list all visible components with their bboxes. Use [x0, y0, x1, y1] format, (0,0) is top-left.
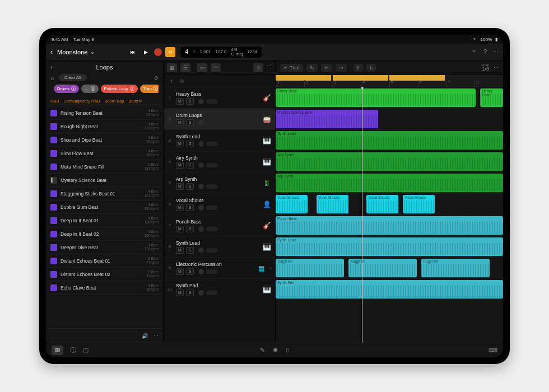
region[interactable]: Mystery Science Beat＋	[276, 110, 378, 128]
wifi-toolbar-icon[interactable]: ᯤ	[472, 48, 478, 55]
loop-list[interactable]: Rising Tension Beat 4 Bars95 bpm Rough N…	[46, 106, 163, 328]
clear-all-button[interactable]: Clear All	[59, 74, 87, 81]
region[interactable]: Tough Kit	[276, 259, 344, 277]
track-header[interactable]: 8 Synth Lead M S 🎹	[164, 236, 275, 258]
track-lanes[interactable]: Heavy BassHeavy BassMystery Science Beat…	[276, 87, 503, 343]
instrument-icon[interactable]: 🎸	[262, 221, 272, 231]
track-lane[interactable]: Heavy BassHeavy Bass	[276, 87, 503, 109]
timeline-ruler[interactable]: 12345678	[276, 75, 503, 87]
region[interactable]: Tough Kit	[421, 259, 490, 277]
filter-pill[interactable]: Trapⓧ	[140, 85, 159, 93]
region[interactable]: Synth Lead	[276, 237, 503, 256]
loop-item[interactable]: Staggering Sticks Beat 01 4 Bars123 bpm	[46, 187, 163, 200]
loop-button[interactable]: ⟲	[165, 47, 175, 57]
mixer-button[interactable]: ⎍	[286, 347, 290, 354]
sidebar-more-icon[interactable]: ⋯	[153, 333, 159, 339]
volume-knob[interactable]	[198, 269, 204, 274]
track-lane[interactable]: Synth Lead	[276, 236, 503, 258]
volume-knob[interactable]	[198, 290, 204, 296]
mute-button[interactable]: M	[176, 119, 184, 126]
region[interactable]: Vocal Shouts	[317, 195, 348, 213]
toolbar-menu-icon[interactable]: ⋯	[492, 48, 499, 55]
loop-item[interactable]: Slow Flow Beat 4 Bars90 bpm	[46, 147, 163, 160]
loop-item[interactable]: Distant Echoes Beat 01 8 Bars74 bpm	[46, 254, 163, 268]
subcategory-item[interactable]: Boom Bap	[104, 99, 124, 104]
inbox-button[interactable]: ✉	[52, 346, 63, 355]
instrument-icon[interactable]: 🎹	[262, 157, 272, 167]
close-icon[interactable]: ⓧ	[91, 86, 95, 92]
join-icon[interactable]: ⇢	[336, 64, 347, 72]
filter-pill[interactable]: Pattern Loopⓧ	[101, 85, 138, 93]
track-header[interactable]: 2 Drum Loops M S 🥁	[164, 109, 275, 130]
volume-knob[interactable]	[198, 248, 204, 253]
chevron-right-icon[interactable]: ›	[270, 265, 272, 271]
track-lane[interactable]: Synth Lead	[276, 130, 503, 151]
pan-slider[interactable]	[206, 99, 217, 104]
lcd-display[interactable]: 4 1 1 001 127.0 4/4 C maj 1234	[180, 46, 262, 58]
automation-view-icon[interactable]: 〰	[211, 63, 221, 72]
keyboard-button[interactable]: ⌨	[488, 347, 497, 354]
region[interactable]: Heavy Bass	[276, 88, 476, 107]
region[interactable]: Arp Synth	[276, 174, 503, 192]
trim-tool[interactable]: ✂ Trim	[280, 64, 303, 72]
solo-button[interactable]: S	[186, 119, 194, 126]
auto-button[interactable]: ⎚	[253, 63, 263, 72]
solo-button[interactable]: S	[186, 247, 194, 254]
search-icon[interactable]: ⌕	[50, 74, 54, 81]
region[interactable]: Airy Synth	[276, 152, 503, 171]
loop-item[interactable]: Distant Echoes Beat 02 8 Bars74 bpm	[46, 268, 163, 281]
loop-item[interactable]: Deeper Dive Beat 4 Bars139 bpm	[46, 241, 163, 254]
grid-view-icon[interactable]: ▦	[167, 63, 177, 72]
copy-icon[interactable]: ⎘	[353, 64, 363, 72]
region[interactable]: Synth Pad	[276, 280, 503, 298]
pan-slider[interactable]	[206, 163, 217, 167]
pan-slider[interactable]	[206, 120, 217, 125]
close-icon[interactable]: ⓧ	[71, 86, 76, 92]
solo-button[interactable]: S	[186, 226, 194, 232]
track-lane[interactable]: Arp Synth	[276, 172, 503, 194]
track-lane[interactable]: Tough KitTough KitTough Kit	[276, 258, 503, 279]
subcategory-item[interactable]: Bass M	[128, 99, 142, 104]
loop-item[interactable]: Echo Clave Beat 4 Bars80 bpm	[46, 281, 163, 295]
list-view-icon[interactable]: ☰	[180, 63, 190, 72]
region[interactable]: Vocal Shouts	[403, 195, 435, 213]
pan-slider[interactable]	[206, 227, 217, 231]
mute-button[interactable]: M	[176, 141, 184, 147]
track-header[interactable]: 7 Punch Bass M S 🎸	[164, 215, 275, 236]
region[interactable]: Tough Kit	[348, 259, 417, 277]
timeline-more-icon[interactable]: ⋯	[494, 65, 499, 71]
loop-item[interactable]: Meta Mind Snare Fill 2 Bars139 bpm	[46, 160, 163, 174]
record-button[interactable]	[154, 48, 162, 56]
solo-button[interactable]: S	[186, 141, 194, 147]
close-icon[interactable]: ⓧ	[130, 86, 134, 92]
pan-slider[interactable]	[206, 142, 217, 146]
subcategory-item[interactable]: R&B	[50, 99, 59, 104]
subcategory-item[interactable]: Contemporary R&B	[63, 99, 100, 104]
mute-button[interactable]: M	[176, 247, 184, 254]
instrument-icon[interactable]: 🎸	[262, 93, 272, 103]
mute-button[interactable]: M	[176, 290, 184, 296]
track-lane[interactable]: Airy Synth	[276, 151, 503, 172]
track-header[interactable]: 31 Synth Pad M S 🎹	[164, 279, 275, 300]
track-header[interactable]: 4 Airy Synth M S 🎹	[164, 151, 275, 172]
track-lane[interactable]: Punch Bass	[276, 215, 503, 236]
scissors-icon[interactable]: ✄	[321, 64, 332, 72]
subcategory-row[interactable]: R&BContemporary R&BBoom BapBass M	[46, 96, 163, 106]
volume-icon[interactable]: 🔊	[142, 333, 148, 339]
region[interactable]: Vocal Shouts	[366, 195, 398, 213]
track-header[interactable]: 9 Electronic Percussion M S ▦ ›	[164, 258, 275, 279]
track-lane[interactable]: Vocal ShoutsVocal ShoutsVocal ShoutsVoca…	[276, 194, 503, 215]
volume-knob[interactable]	[198, 162, 204, 168]
track-lane[interactable]: Synth Pad	[276, 279, 503, 300]
solo-button[interactable]: S	[186, 204, 194, 211]
pan-slider[interactable]	[206, 184, 217, 189]
instrument-icon[interactable]: 🎹	[262, 284, 272, 295]
volume-knob[interactable]	[198, 205, 204, 211]
close-icon[interactable]: ⓧ	[153, 86, 158, 92]
project-title[interactable]: Moonstone ⌄	[57, 48, 95, 55]
paste-icon[interactable]: ⎗	[366, 64, 376, 72]
loop-item[interactable]: Deep In It Beat 01 4 Bars100 bpm	[46, 214, 163, 227]
instrument-icon[interactable]: 🎹	[262, 242, 272, 252]
loop-item[interactable]: Slice and Dice Beat 4 Bars96 bpm	[46, 133, 163, 147]
pan-slider[interactable]	[206, 248, 217, 253]
